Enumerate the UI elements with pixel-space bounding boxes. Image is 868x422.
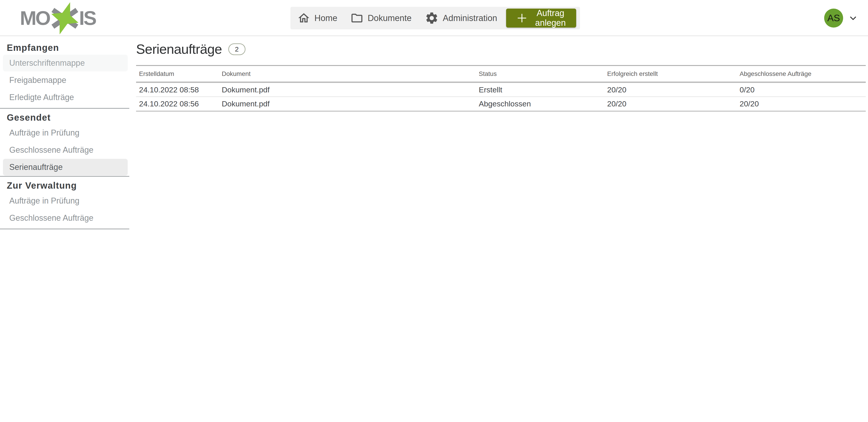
sidebar-divider <box>0 108 129 109</box>
app-header: mo is Home Dokumente <box>0 0 868 36</box>
page-title: Serienaufträge <box>136 41 222 57</box>
user-menu[interactable]: AS <box>824 8 858 28</box>
sidebar-divider <box>0 229 129 229</box>
logo-x-icon <box>51 6 78 30</box>
sidebar-item-auftraege-in-pruefung-verwaltung[interactable]: Aufträge in Prüfung <box>3 192 128 209</box>
sidebar-item-auftraege-in-pruefung-gesendet[interactable]: Aufträge in Prüfung <box>3 125 128 141</box>
create-order-label: Auftrag anlegen <box>534 8 567 28</box>
column-header-erstelldatum: Erstelldatum <box>136 66 219 82</box>
chevron-down-icon[interactable] <box>848 13 858 23</box>
sidebar-divider <box>0 176 129 177</box>
nav-label-dokumente: Dokumente <box>368 13 411 23</box>
folder-icon <box>350 11 364 25</box>
cell-created: 24.10.2022 08:58 <box>136 82 219 97</box>
nav-label-home: Home <box>314 13 337 23</box>
gear-icon <box>425 11 439 25</box>
column-header-abgeschlossene-auftraege: Abgeschlossene Aufträge <box>737 66 866 82</box>
nav-item-dokumente[interactable]: Dokumente <box>350 11 411 25</box>
cell-created-ok: 20/20 <box>604 97 737 111</box>
plus-icon <box>516 12 528 24</box>
main-nav: Home Dokumente Administration Auftrag an… <box>290 7 580 29</box>
sidebar-item-unterschriftenmappe[interactable]: Unterschriftenmappe <box>3 55 128 71</box>
cell-created: 24.10.2022 08:56 <box>136 97 219 111</box>
avatar[interactable]: AS <box>824 8 843 28</box>
sidebar-section-zur-verwaltung: Zur Verwaltung <box>0 179 129 192</box>
home-icon <box>297 11 310 25</box>
sidebar-item-geschlossene-auftraege-gesendet[interactable]: Geschlossene Aufträge <box>3 142 128 158</box>
moxis-logo[interactable]: mo is <box>20 6 96 30</box>
column-header-erfolgreich-erstellt: Erfolgreich erstellt <box>604 66 737 82</box>
sidebar-item-serienauftraege[interactable]: Serienaufträge <box>3 159 128 175</box>
nav-item-administration[interactable]: Administration <box>425 11 497 25</box>
sidebar-item-freigabemappe[interactable]: Freigabemappe <box>3 72 128 89</box>
sidebar: Empfangen Unterschriftenmappe Freigabema… <box>0 36 129 232</box>
column-header-status: Status <box>476 66 604 82</box>
nav-label-administration: Administration <box>443 13 497 23</box>
sidebar-item-geschlossene-auftraege-verwaltung[interactable]: Geschlossene Aufträge <box>3 209 128 226</box>
cell-document: Dokument.pdf <box>219 97 476 111</box>
table-row[interactable]: 24.10.2022 08:56 Dokument.pdf Abgeschlos… <box>136 97 866 111</box>
sidebar-section-gesendet: Gesendet <box>0 111 129 124</box>
count-badge: 2 <box>228 43 246 55</box>
main-content: Serienaufträge 2 Erstelldatum Dokument S… <box>129 36 868 111</box>
table-header-row: Erstelldatum Dokument Status Erfolgreich… <box>136 66 866 82</box>
nav-item-home[interactable]: Home <box>297 11 337 25</box>
table-row[interactable]: 24.10.2022 08:58 Dokument.pdf Erstellt 2… <box>136 82 866 97</box>
cell-status: Abgeschlossen <box>476 97 604 111</box>
sidebar-section-empfangen: Empfangen <box>0 41 129 54</box>
column-header-dokument: Dokument <box>219 66 476 82</box>
serial-orders-table: Erstelldatum Dokument Status Erfolgreich… <box>136 65 866 111</box>
cell-status: Erstellt <box>476 82 604 97</box>
cell-created-ok: 20/20 <box>604 82 737 97</box>
cell-completed: 0/20 <box>737 82 866 97</box>
cell-document: Dokument.pdf <box>219 82 476 97</box>
sidebar-item-erledigte-auftraege[interactable]: Erledigte Aufträge <box>3 89 128 106</box>
cell-completed: 20/20 <box>737 97 866 111</box>
logo-text-mo: mo <box>20 8 50 28</box>
create-order-button[interactable]: Auftrag anlegen <box>506 8 576 28</box>
